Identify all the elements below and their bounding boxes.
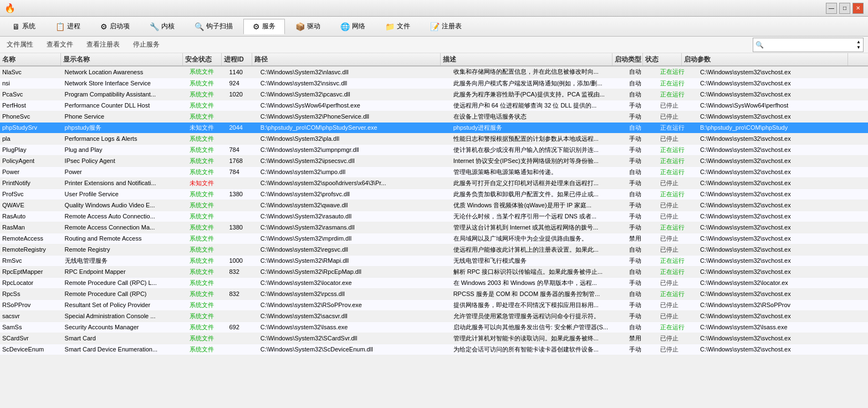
tab-drivers[interactable]: 📦 驱动 bbox=[286, 19, 330, 34]
col-header-security[interactable]: 安全状态 bbox=[183, 53, 222, 65]
tab-kernel[interactable]: 🔧 内核 bbox=[140, 19, 184, 34]
table-row[interactable]: RpcEptMapper RPC Endpoint Mapper 系统文件 83… bbox=[0, 266, 868, 277]
tab-startup[interactable]: ⚙ 启动项 bbox=[91, 19, 139, 34]
cell-pid: 1380 bbox=[227, 188, 258, 200]
table-row[interactable]: ScDeviceEnum Smart Card Device Enumerati… bbox=[0, 344, 868, 355]
cell-path: C:\Windows\system32\RSoPProv.exe bbox=[258, 299, 451, 310]
table-row[interactable]: PerfHost Performance Counter DLL Host 系统… bbox=[0, 100, 868, 111]
table-row[interactable]: PcaSvc Program Compatibility Assistant..… bbox=[0, 89, 868, 100]
registry-icon: 📝 bbox=[430, 22, 440, 31]
cell-params: C:\Windows\system32\lsass.exe bbox=[698, 322, 868, 333]
col-header-display[interactable]: 显示名称 bbox=[61, 53, 183, 65]
table-row[interactable]: PhoneSvc Phone Service 系统文件 C:\Windows\S… bbox=[0, 111, 868, 122]
table-row[interactable]: RemoteAccess Routing and Remote Access 系… bbox=[0, 233, 868, 244]
cell-path: C:\Windows\System32\SCardSvr.dll bbox=[258, 333, 451, 344]
cell-security: 系统文件 bbox=[187, 222, 227, 233]
table-row[interactable]: QWAVE Quality Windows Audio Video E... 系… bbox=[0, 200, 868, 211]
table-row[interactable]: PlugPlay Plug and Play 系统文件 784 C:\Windo… bbox=[0, 144, 868, 155]
cell-display: Remote Registry bbox=[63, 244, 187, 255]
cell-security: 系统文件 bbox=[187, 166, 227, 177]
cell-name: PrintNotify bbox=[0, 177, 63, 188]
tab-hook[interactable]: 🔍 钩子扫描 bbox=[185, 19, 242, 34]
tab-services[interactable]: ⚙ 服务 bbox=[243, 19, 285, 34]
file-properties-button[interactable]: 文件属性 bbox=[4, 39, 35, 50]
cell-display: Resultant Set of Policy Provider bbox=[63, 299, 187, 310]
hook-icon: 🔍 bbox=[195, 22, 204, 31]
cell-path: C:\Windows\system32\qwave.dll bbox=[258, 200, 451, 211]
cell-status: 已停止 bbox=[658, 244, 698, 255]
cell-params: C:\Windows\system32\svchost.ex bbox=[698, 111, 868, 122]
cell-security: 系统文件 bbox=[187, 133, 227, 144]
table-row[interactable]: PrintNotify Printer Extensions and Notif… bbox=[0, 177, 868, 188]
table-row[interactable]: ProfSvc User Profile Service 系统文件 1380 C… bbox=[0, 188, 868, 200]
cell-display: Quality Windows Audio Video E... bbox=[63, 200, 187, 211]
cell-display: Remote Procedure Call (RPC) bbox=[63, 288, 187, 299]
tab-files[interactable]: 📁 文件 bbox=[376, 19, 420, 34]
cell-security: 系统文件 bbox=[187, 155, 227, 166]
cell-path: C:\Windows\system32\umpnpmgr.dll bbox=[258, 144, 451, 155]
table-row[interactable]: PolicyAgent IPsec Policy Agent 系统文件 1768… bbox=[0, 155, 868, 166]
search-box[interactable]: 🔍 ▲ ▼ bbox=[753, 38, 864, 52]
tab-process[interactable]: 📋 进程 bbox=[46, 19, 90, 34]
col-header-desc[interactable]: 描述 bbox=[441, 53, 612, 65]
col-header-status[interactable]: 状态 bbox=[643, 53, 682, 65]
cell-params: C:\Windows\system32\svchost.ex bbox=[698, 200, 868, 211]
stop-service-button[interactable]: 停止服务 bbox=[131, 39, 162, 50]
cell-desc: 无论什么时候，当某个程序引用一个远程 DNS 或者... bbox=[451, 211, 627, 222]
tab-system[interactable]: 🖥 系统 bbox=[3, 19, 45, 34]
table-row[interactable]: SamSs Security Accounts Manager 系统文件 692… bbox=[0, 322, 868, 333]
table-row[interactable]: RmSvc 无线电管理服务 系统文件 1000 C:\Windows\Syste… bbox=[0, 255, 868, 266]
cell-desc: 启动此服务可以向其他服务发出信号: 安全帐户管理器(S... bbox=[451, 322, 627, 333]
tab-network[interactable]: 🌐 网络 bbox=[331, 19, 375, 34]
table-row[interactable]: RpcSs Remote Procedure Call (RPC) 系统文件 8… bbox=[0, 288, 868, 299]
search-input[interactable] bbox=[765, 41, 856, 49]
col-header-path[interactable]: 路径 bbox=[252, 53, 441, 65]
cell-status: 正在运行 bbox=[658, 78, 698, 89]
close-button[interactable]: ✕ bbox=[852, 3, 864, 14]
cell-security: 系统文件 bbox=[187, 277, 227, 288]
cell-pid bbox=[227, 299, 258, 310]
col-header-start[interactable]: 启动类型 bbox=[612, 53, 643, 65]
minimize-button[interactable]: — bbox=[826, 3, 837, 14]
table-row[interactable]: Power Power 系统文件 784 C:\Windows\system32… bbox=[0, 166, 868, 177]
cell-desc: Internet 协议安全(IPSec)支持网络级别的对等身份验... bbox=[451, 155, 627, 166]
col-header-name[interactable]: 名称 bbox=[0, 53, 61, 65]
table-row[interactable]: RemoteRegistry Remote Registry 系统文件 C:\W… bbox=[0, 244, 868, 255]
cell-display: Network Location Awareness bbox=[63, 67, 187, 78]
services-table-container[interactable]: NlaSvc Network Location Awareness 系统文件 1… bbox=[0, 67, 868, 408]
cell-pid: 692 bbox=[227, 322, 258, 333]
cell-status: 正在运行 bbox=[658, 222, 698, 233]
table-row[interactable]: RSoPProv Resultant Set of Policy Provide… bbox=[0, 299, 868, 310]
table-row[interactable]: pla Performance Logs & Alerts 系统文件 C:\Wi… bbox=[0, 133, 868, 144]
cell-start: 手动 bbox=[627, 155, 658, 166]
table-row[interactable]: sacsvr Special Administration Console ..… bbox=[0, 310, 868, 322]
cell-path: C:\Windows\System32\rasmans.dll bbox=[258, 222, 451, 233]
tab-registry[interactable]: 📝 注册表 bbox=[421, 19, 471, 34]
search-up-arrow[interactable]: ▲ bbox=[856, 39, 861, 45]
table-row[interactable]: NlaSvc Network Location Awareness 系统文件 1… bbox=[0, 67, 868, 78]
tab-files-label: 文件 bbox=[397, 22, 410, 31]
cell-pid: 832 bbox=[227, 266, 258, 277]
table-row[interactable]: SCardSvr Smart Card 系统文件 C:\Windows\Syst… bbox=[0, 333, 868, 344]
cell-status: 已停止 bbox=[658, 344, 698, 355]
table-row[interactable]: RpcLocator Remote Procedure Call (RPC) L… bbox=[0, 277, 868, 288]
cell-security: 系统文件 bbox=[187, 310, 227, 322]
cell-params: C:\Windows\system32\svchost.ex bbox=[698, 255, 868, 266]
cell-status: 已停止 bbox=[658, 299, 698, 310]
maximize-button[interactable]: □ bbox=[839, 3, 850, 14]
search-down-arrow[interactable]: ▼ bbox=[856, 45, 861, 50]
table-row[interactable]: RasMan Remote Access Connection Ma... 系统… bbox=[0, 222, 868, 233]
view-file-button[interactable]: 查看文件 bbox=[44, 39, 75, 50]
col-header-pid[interactable]: 进程ID bbox=[222, 53, 252, 65]
cell-security: 系统文件 bbox=[187, 322, 227, 333]
drivers-icon: 📦 bbox=[295, 22, 305, 31]
table-row[interactable]: RasAuto Remote Access Auto Connectio... … bbox=[0, 211, 868, 222]
cell-name: RasAuto bbox=[0, 211, 63, 222]
col-header-params[interactable]: 启动参数 bbox=[682, 53, 848, 65]
table-row[interactable]: phpStudySrv phpstudy服务 未知文件 2044 B:\phps… bbox=[0, 122, 868, 133]
tab-registry-label: 注册表 bbox=[442, 22, 462, 31]
table-row[interactable]: nsi Network Store Interface Service 系统文件… bbox=[0, 78, 868, 89]
view-registry-button[interactable]: 查看注册表 bbox=[84, 39, 122, 50]
cell-pid bbox=[227, 100, 258, 111]
cell-desc: 允许管理员使用紧急管理服务远程访问命令行提示符。 bbox=[451, 310, 627, 322]
